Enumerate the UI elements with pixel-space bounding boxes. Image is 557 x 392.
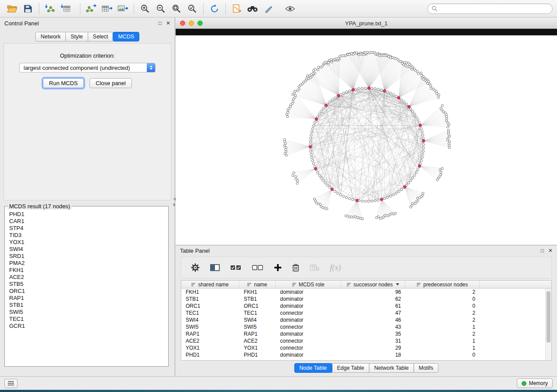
- cell-shared-name[interactable]: SWI5: [181, 323, 239, 330]
- mcds-result-item[interactable]: ACE2: [9, 274, 164, 281]
- cell-successor-nodes[interactable]: 62: [341, 296, 405, 303]
- cell-predecessor-nodes[interactable]: 0: [405, 296, 480, 303]
- export-table-button[interactable]: [99, 2, 115, 16]
- tab-node-table[interactable]: Node Table: [294, 363, 332, 373]
- close-window-button[interactable]: [180, 21, 185, 26]
- cell-shared-name[interactable]: FKH1: [181, 289, 239, 296]
- cell-name[interactable]: PHD1: [239, 351, 276, 358]
- cell-successor-nodes[interactable]: 61: [341, 303, 405, 309]
- minimize-window-button[interactable]: [189, 21, 194, 26]
- deselect-all-button[interactable]: [252, 265, 263, 271]
- table-row[interactable]: STB1STB1dominator620: [181, 296, 551, 303]
- column-header-predecessor-nodes[interactable]: predecessor nodes: [405, 281, 480, 288]
- table-row[interactable]: PHD1PHD1dominator180: [181, 351, 551, 358]
- cell-successor-nodes[interactable]: 96: [341, 289, 405, 296]
- mcds-result-item[interactable]: SWI5: [9, 309, 164, 316]
- cell-mcds-role[interactable]: connector: [276, 344, 341, 351]
- cell-predecessor-nodes[interactable]: 1: [405, 337, 480, 344]
- close-panel-icon[interactable]: ✕: [166, 21, 170, 26]
- tab-network[interactable]: Network: [35, 32, 66, 41]
- memory-button[interactable]: Memory: [517, 378, 553, 388]
- maximize-window-button[interactable]: [197, 21, 203, 26]
- cell-predecessor-nodes[interactable]: 2: [405, 309, 480, 316]
- zoom-out-button[interactable]: [153, 2, 169, 16]
- delete-column-button[interactable]: [292, 264, 299, 272]
- mcds-result-item[interactable]: PMA2: [9, 260, 164, 267]
- mcds-result-item[interactable]: PHD1: [9, 211, 164, 218]
- cell-shared-name[interactable]: YOX1: [181, 344, 239, 351]
- table-row[interactable]: SWI5SWI5connector431: [181, 323, 551, 330]
- mcds-result-item[interactable]: STB1: [9, 302, 164, 309]
- table-scrollbar[interactable]: [545, 289, 551, 360]
- mcds-result-item[interactable]: YOX1: [9, 239, 164, 246]
- column-header-successor-nodes[interactable]: successor nodes: [341, 281, 405, 288]
- cell-predecessor-nodes[interactable]: 2: [405, 289, 480, 296]
- cell-shared-name[interactable]: ACE2: [181, 337, 239, 344]
- cell-successor-nodes[interactable]: 43: [341, 323, 405, 330]
- find-button[interactable]: [245, 2, 260, 16]
- clone-network-button[interactable]: [229, 2, 245, 16]
- search-input[interactable]: [440, 5, 548, 12]
- cell-mcds-role[interactable]: dominator: [276, 330, 341, 337]
- mcds-result-item[interactable]: ORC1: [9, 288, 164, 295]
- cell-successor-nodes[interactable]: 46: [341, 316, 405, 323]
- network-graph[interactable]: [176, 35, 557, 245]
- cell-predecessor-nodes[interactable]: 2: [405, 330, 480, 337]
- cell-mcds-role[interactable]: connector: [276, 323, 341, 330]
- cell-mcds-role[interactable]: connector: [276, 309, 341, 316]
- export-network-button[interactable]: [83, 2, 99, 16]
- mcds-result-item[interactable]: TEC1: [9, 316, 164, 323]
- table-row[interactable]: FKH1FKH1dominator962: [181, 289, 551, 296]
- cell-predecessor-nodes[interactable]: 2: [405, 316, 480, 323]
- mcds-result-item[interactable]: SWI4: [9, 246, 164, 253]
- cell-mcds-role[interactable]: connector: [276, 337, 341, 344]
- table-row[interactable]: SWI4SWI4dominator462: [181, 316, 551, 323]
- mcds-result-item[interactable]: SRD1: [9, 253, 164, 260]
- cell-predecessor-nodes[interactable]: 1: [405, 344, 480, 351]
- cell-name[interactable]: SWI5: [239, 323, 276, 330]
- cell-mcds-role[interactable]: dominator: [276, 303, 341, 309]
- select-stepper-icon[interactable]: [147, 63, 155, 72]
- open-session-button[interactable]: [4, 2, 20, 16]
- mcds-result-item[interactable]: GCR1: [9, 323, 164, 330]
- zoom-in-button[interactable]: [137, 2, 153, 16]
- cell-shared-name[interactable]: SWI4: [181, 316, 239, 323]
- import-table-button[interactable]: [58, 2, 74, 16]
- table-row[interactable]: ACE2ACE2connector311: [181, 337, 551, 344]
- cell-name[interactable]: STB1: [239, 296, 276, 303]
- zoom-fit-button[interactable]: [169, 2, 184, 16]
- cell-shared-name[interactable]: TEC1: [181, 309, 239, 316]
- mcds-result-item[interactable]: FKH1: [9, 267, 164, 274]
- cell-mcds-role[interactable]: dominator: [276, 289, 341, 296]
- import-network-button[interactable]: [42, 2, 58, 16]
- cell-name[interactable]: TEC1: [239, 309, 276, 316]
- table-row[interactable]: ORC1ORC1dominator610: [181, 303, 551, 309]
- cell-mcds-role[interactable]: dominator: [276, 296, 341, 303]
- refresh-button[interactable]: [207, 2, 222, 16]
- cell-predecessor-nodes[interactable]: 1: [405, 323, 480, 330]
- close-table-panel-icon[interactable]: ✕: [548, 248, 553, 253]
- table-scrollbar-thumb[interactable]: [547, 291, 550, 343]
- cell-name[interactable]: FKH1: [239, 289, 276, 296]
- network-canvas[interactable]: [176, 35, 557, 245]
- float-panel-icon[interactable]: □: [159, 21, 162, 26]
- zoom-selected-button[interactable]: [184, 2, 200, 16]
- show-columns-button[interactable]: [210, 264, 220, 272]
- column-header-shared-name[interactable]: shared name: [181, 281, 239, 288]
- tab-edge-table[interactable]: Edge Table: [332, 363, 369, 373]
- splitter-collapse-handle[interactable]: [173, 196, 176, 208]
- cell-mcds-role[interactable]: dominator: [276, 351, 341, 358]
- save-session-button[interactable]: [20, 2, 36, 16]
- panel-menu-button[interactable]: [4, 379, 17, 388]
- show-hide-button[interactable]: [282, 2, 298, 16]
- cell-shared-name[interactable]: PHD1: [181, 351, 239, 358]
- cell-successor-nodes[interactable]: 29: [341, 344, 405, 351]
- tab-style[interactable]: Style: [66, 32, 88, 41]
- tab-network-table[interactable]: Network Table: [369, 363, 414, 373]
- cell-successor-nodes[interactable]: 18: [341, 351, 405, 358]
- cell-successor-nodes[interactable]: 31: [341, 337, 405, 344]
- cell-successor-nodes[interactable]: 47: [341, 309, 405, 316]
- close-panel-button[interactable]: Close panel: [90, 78, 132, 88]
- float-table-panel-icon[interactable]: □: [541, 248, 544, 253]
- cell-name[interactable]: ORC1: [239, 303, 276, 309]
